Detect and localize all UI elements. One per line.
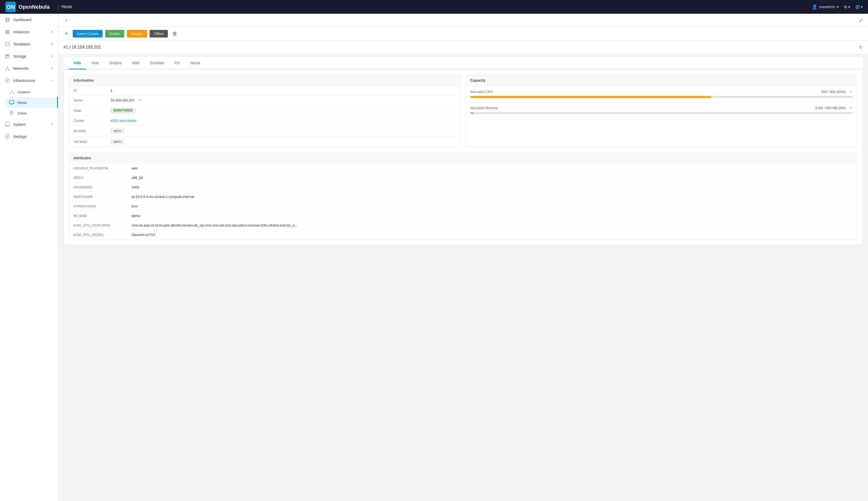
templates-icon <box>5 42 10 47</box>
svg-point-21 <box>11 90 12 91</box>
back-button[interactable]: ‹ <box>63 17 69 24</box>
globe-menu[interactable]: 🌐 ▾ <box>855 5 863 9</box>
grid-dropdown-icon: ▾ <box>848 5 850 9</box>
tab-wild[interactable]: Wild <box>127 57 145 70</box>
offline-button[interactable]: Offline <box>150 30 168 38</box>
globe-icon: 🌐 <box>855 5 860 9</box>
sidebar-item-dashboard[interactable]: Dashboard <box>0 14 58 26</box>
attr-row-hostname: HOSTNAME ip-10-0-0-4.eu-central-1.comput… <box>69 192 857 202</box>
information-panel-title: Information <box>69 75 460 86</box>
tab-vms[interactable]: Vms <box>86 57 104 70</box>
user-menu[interactable]: 👤 oneadmin ▾ <box>812 4 839 10</box>
attr-value-arch: x86_64 <box>131 176 853 180</box>
capacity-panel: Capacity Allocated CPU 500 / 800 (63%) ✏ <box>466 75 857 147</box>
infrastructure-collapse-icon[interactable]: − <box>51 78 53 83</box>
attr-value-kvm-cpu-features: vme,ds,acpi,ss,ht,tm,pbe,dtes64,monitor,… <box>131 223 853 227</box>
attr-label-hostname: HOSTNAME <box>73 195 131 199</box>
info-label-state: State <box>73 109 110 113</box>
attr-value-kvm-cpu-model: Haswell-noTSX <box>131 233 853 237</box>
svg-rect-3 <box>8 18 10 20</box>
sidebar-label-networks: Networks <box>13 66 29 71</box>
info-row-vm-mad: VM MAD qemu <box>69 136 460 147</box>
select-cluster-button[interactable]: Select Cluster <box>73 30 103 38</box>
sidebar-item-storage[interactable]: Storage + <box>0 50 58 62</box>
tab-zombies[interactable]: Zombies <box>145 57 169 70</box>
sidebar-label-settings: Settings <box>13 135 27 139</box>
svg-rect-30 <box>5 122 10 126</box>
capacity-edit-memory[interactable]: ✏ <box>849 106 853 110</box>
sidebar-label-hosts: Hosts <box>18 101 27 105</box>
cluster-link[interactable]: #101 aws-cluster <box>110 119 136 122</box>
info-value-cluster: #101 aws-cluster <box>110 119 456 122</box>
info-label-im-mad: IM MAD <box>73 129 110 133</box>
info-capacity-grid: Information ID 1 Name 18.159.193.201 ✏ <box>69 75 857 147</box>
svg-point-12 <box>6 54 10 56</box>
enable-button[interactable]: Enable <box>105 30 124 38</box>
clusters-icon <box>9 89 14 95</box>
capacity-row-memory: Allocated Memory 0 KB / 820 MB (0%) ✏ <box>466 102 857 118</box>
svg-point-23 <box>13 93 13 94</box>
sidebar-item-hosts[interactable]: Hosts <box>5 97 58 108</box>
sidebar-item-templates[interactable]: Templates + <box>0 38 58 50</box>
information-panel: Information ID 1 Name 18.159.193.201 ✏ <box>69 75 461 147</box>
capacity-edit-cpu[interactable]: ✏ <box>849 89 853 94</box>
svg-rect-4 <box>6 20 8 22</box>
svg-point-13 <box>7 66 8 67</box>
sidebar-item-infrastructure[interactable]: Infrastructure − <box>0 75 58 87</box>
instances-expand-icon[interactable]: + <box>51 30 53 34</box>
state-badge: MONITORED <box>110 108 136 113</box>
attr-value-im-mad: qemu <box>131 214 853 218</box>
system-expand-icon[interactable]: + <box>51 122 53 127</box>
attr-row-im-mad: IM_MAD qemu <box>69 211 857 221</box>
delete-button[interactable]: 🗑 <box>170 30 179 38</box>
sidebar-label-infrastructure: Infrastructure <box>13 78 35 83</box>
networks-expand-icon[interactable]: + <box>51 66 53 71</box>
svg-text:ON: ON <box>6 4 15 10</box>
tab-info[interactable]: Info <box>69 57 86 70</box>
sidebar-item-zones[interactable]: Zones <box>5 108 58 118</box>
tab-numa[interactable]: Numa <box>185 57 205 70</box>
info-value-name: 18.159.193.201 ✏ <box>110 98 456 102</box>
tab-pci[interactable]: Pci <box>169 57 185 70</box>
grid-menu[interactable]: ⊞ ▾ <box>844 5 850 9</box>
dashboard-icon <box>5 17 10 22</box>
hosts-icon <box>9 100 14 105</box>
svg-line-25 <box>12 91 13 93</box>
templates-expand-icon[interactable]: + <box>51 42 53 46</box>
attr-label-arch: ARCH <box>73 176 131 180</box>
sidebar-item-system[interactable]: System + <box>0 118 58 130</box>
instances-icon <box>5 29 10 35</box>
info-label-vm-mad: VM MAD <box>73 140 110 144</box>
tab-graphs[interactable]: Graphs <box>104 57 127 70</box>
sidebar-label-clusters: Clusters <box>18 90 30 94</box>
fullscreen-button[interactable]: ⤢ <box>859 18 863 23</box>
action-bar: + Select Cluster Enable Disable Offline … <box>58 27 868 40</box>
info-row-id: ID 1 <box>69 86 460 95</box>
capacity-header-memory: Allocated Memory 0 KB / 820 MB (0%) ✏ <box>470 106 853 110</box>
attr-value-ansible: aws <box>131 166 853 170</box>
info-value-im-mad: qemu <box>110 128 456 134</box>
sidebar-item-clusters[interactable]: Clusters <box>5 87 58 97</box>
info-value-id: 1 <box>110 88 456 93</box>
attr-row-ansible: ANSIBLE_PLAYBOOK aws <box>69 163 857 173</box>
disable-button[interactable]: Disable <box>127 30 147 38</box>
user-icon: 👤 <box>812 4 817 10</box>
capacity-header-cpu: Allocated CPU 500 / 800 (63%) ✏ <box>470 89 853 94</box>
capacity-value-memory: 0 KB / 820 MB (0%) <box>815 106 846 110</box>
svg-rect-26 <box>10 101 14 104</box>
sidebar-item-instances[interactable]: Instances + <box>0 26 58 38</box>
storage-icon <box>5 54 10 59</box>
info-label-id: ID <box>73 88 110 93</box>
logo-icon: ON <box>5 2 16 12</box>
storage-expand-icon[interactable]: + <box>51 54 53 58</box>
name-edit-icon[interactable]: ✏ <box>138 98 142 102</box>
refresh-button[interactable]: ↻ <box>859 44 863 50</box>
header-right: 👤 oneadmin ▾ ⊞ ▾ 🌐 ▾ <box>812 4 863 10</box>
capacity-label-memory: Allocated Memory <box>470 106 498 110</box>
sidebar-item-networks[interactable]: Networks + <box>0 62 58 75</box>
sidebar-item-settings[interactable]: Settings <box>0 130 58 143</box>
tabs-bar: Info Vms Graphs Wild Zombies Pci Numa <box>63 57 863 70</box>
add-button[interactable]: + <box>63 30 70 38</box>
capacity-row-cpu: Allocated CPU 500 / 800 (63%) ✏ <box>466 86 857 102</box>
host-detail-header: #1 | 18.159.193.201 ↻ <box>58 40 868 54</box>
